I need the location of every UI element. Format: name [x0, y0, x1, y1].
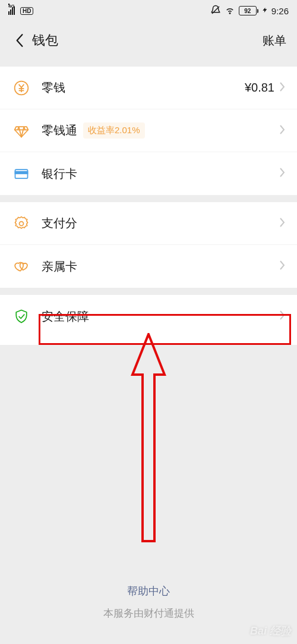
wifi-icon: [225, 5, 235, 17]
svg-point-5: [20, 221, 24, 225]
cell-balance-value: ¥0.81: [245, 81, 274, 95]
status-left: 4G HD: [8, 7, 33, 15]
hd-badge: HD: [20, 7, 33, 15]
page-title: 钱包: [32, 32, 58, 49]
provider-notice: 本服务由财付通提供: [0, 607, 297, 620]
footer: 帮助中心 本服务由财付通提供: [0, 584, 297, 620]
cell-kin-card-label: 亲属卡: [42, 259, 77, 275]
annotation-arrow-up-icon: [128, 333, 169, 549]
status-right: 92 9:26: [210, 5, 289, 17]
cell-pay-score[interactable]: 支付分: [0, 202, 297, 245]
signal-icon: 4G: [8, 7, 17, 15]
hearts-icon: [12, 257, 31, 276]
chevron-right-icon: [279, 260, 285, 273]
status-bar: 4G HD 92 9:26: [0, 0, 297, 21]
charging-icon: [262, 5, 268, 17]
yield-rate-tag: 收益率2.01%: [83, 122, 145, 139]
group-services: 支付分 亲属卡: [0, 202, 297, 288]
diamond-icon: [12, 121, 31, 140]
network-type-label: 4G: [8, 4, 10, 5]
cell-balance-plus-label: 零钱通: [42, 122, 77, 139]
status-time: 9:26: [271, 6, 289, 16]
battery-icon: 92: [239, 6, 258, 15]
back-button[interactable]: [11, 32, 29, 49]
chevron-right-icon: [279, 310, 285, 323]
help-center-link[interactable]: 帮助中心: [0, 584, 297, 598]
group-security: 安全保障: [0, 295, 297, 345]
cell-kin-card[interactable]: 亲属卡: [0, 245, 297, 288]
shield-icon: [12, 307, 31, 326]
card-icon: [12, 164, 31, 183]
group-balance: 零钱 ¥0.81 零钱通 收益率2.01% 银行卡: [0, 67, 297, 195]
cell-balance-plus[interactable]: 零钱通 收益率2.01%: [0, 109, 297, 152]
mute-icon: [210, 5, 221, 17]
cell-bank-card-label: 银行卡: [42, 166, 77, 182]
cell-balance[interactable]: 零钱 ¥0.81: [0, 67, 297, 109]
yen-coin-icon: [12, 78, 31, 98]
chevron-right-icon: [279, 167, 285, 180]
chevron-right-icon: [279, 124, 285, 137]
bills-button[interactable]: 账单: [263, 33, 286, 49]
cell-balance-label: 零钱: [42, 80, 65, 96]
watermark-brand2: 经验: [270, 625, 291, 637]
svg-rect-4: [15, 172, 28, 174]
cell-security[interactable]: 安全保障: [0, 295, 297, 338]
cell-bank-card[interactable]: 银行卡: [0, 152, 297, 195]
watermark: Bai 经验: [250, 624, 291, 638]
gear-badge-icon: [12, 214, 31, 233]
cell-security-label: 安全保障: [42, 309, 89, 325]
chevron-right-icon: [279, 217, 285, 230]
battery-percent: 92: [244, 8, 251, 14]
svg-point-1: [229, 12, 230, 14]
cell-pay-score-label: 支付分: [42, 215, 77, 231]
chevron-right-icon: [279, 81, 285, 95]
nav-bar: 钱包 账单: [0, 21, 297, 59]
watermark-brand: Bai: [250, 625, 267, 637]
